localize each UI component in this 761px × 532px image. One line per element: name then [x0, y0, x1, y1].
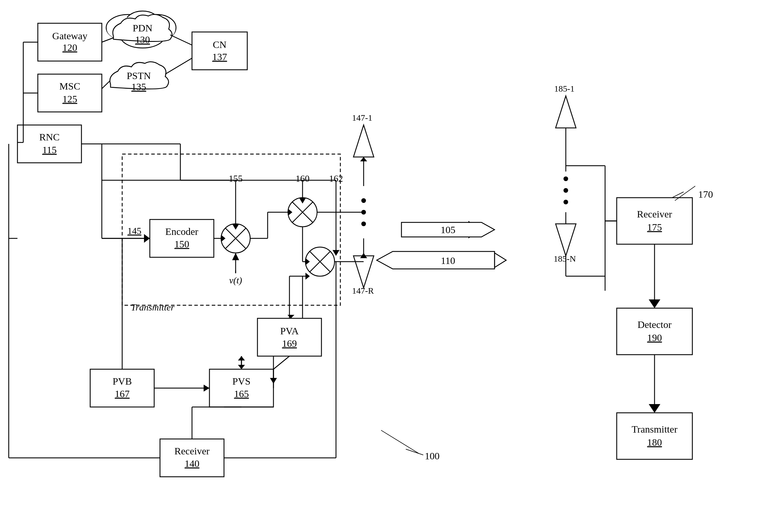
svg-point-84: [563, 200, 568, 204]
svg-point-83: [563, 188, 568, 193]
svg-text:170: 170: [698, 189, 713, 200]
svg-point-82: [563, 177, 568, 181]
svg-text:185-1: 185-1: [554, 84, 574, 93]
pva-box: [258, 318, 322, 356]
svg-text:147-1: 147-1: [352, 113, 372, 122]
pvs-box: [209, 369, 273, 407]
svg-point-58: [361, 198, 366, 203]
svg-text:147-R: 147-R: [352, 286, 374, 295]
pdn-cloud: [111, 18, 175, 49]
svg-text:110: 110: [441, 255, 455, 266]
pstn-cloud: [106, 64, 170, 96]
cn-box: [192, 32, 247, 70]
svg-text:105: 105: [441, 225, 455, 235]
rnc-box: [18, 125, 82, 163]
pvb-box: [90, 369, 154, 407]
svg-text:185-N: 185-N: [554, 254, 576, 263]
svg-marker-73: [377, 251, 495, 269]
transmitter-right-box: [617, 413, 692, 459]
svg-text:100: 100: [425, 451, 439, 461]
receiver-right-box: [617, 198, 692, 244]
receiver-left-box: [160, 439, 224, 477]
msc-box: [38, 74, 102, 112]
svg-point-60: [361, 222, 366, 226]
gateway-box: [38, 23, 102, 61]
detector-box: [617, 308, 692, 355]
encoder-box: [150, 220, 214, 257]
